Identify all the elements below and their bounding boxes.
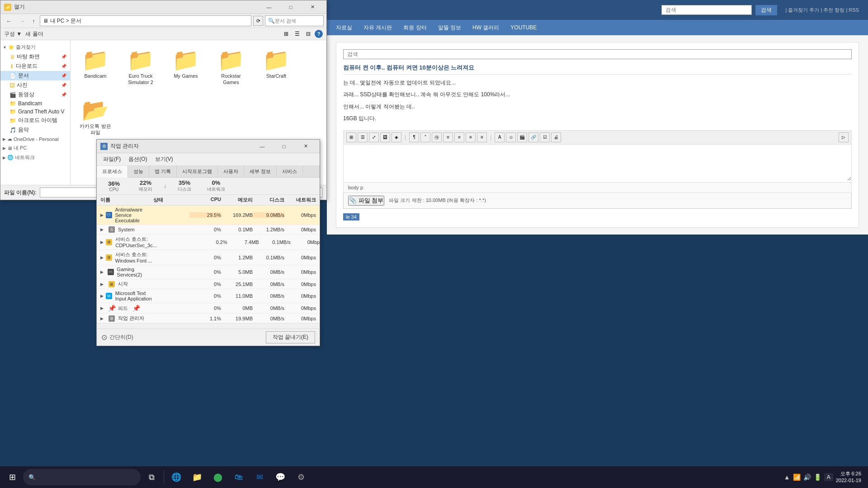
- expand-8[interactable]: ▶: [100, 316, 107, 321]
- tm-menu-options[interactable]: 옵션(O): [126, 155, 150, 164]
- tm-tab-performance[interactable]: 성능: [128, 166, 149, 177]
- editor-align-center[interactable]: ≡: [454, 132, 464, 142]
- editor-align-right[interactable]: ≡: [466, 132, 476, 142]
- tm-tab-app-history[interactable]: 앱 기록: [149, 166, 177, 177]
- tray-arrow-icon[interactable]: ▲: [784, 474, 790, 481]
- sidebar-item-desktop[interactable]: 🖥 바탕 화면 📌: [0, 52, 70, 61]
- taskbar-task-view-btn[interactable]: ⧉: [142, 467, 161, 487]
- sidebar-item-music[interactable]: 🎵 음악: [0, 125, 70, 135]
- tm-collapse-label[interactable]: 간단히(D): [109, 333, 133, 341]
- taskbar-store-btn[interactable]: 🛍: [229, 467, 249, 487]
- col-name[interactable]: 이름: [100, 197, 153, 203]
- expand-5[interactable]: ▶: [100, 282, 107, 286]
- editor-layout-icon[interactable]: ☰: [358, 132, 368, 142]
- taskbar-chrome-btn[interactable]: ⬤: [208, 467, 228, 487]
- sidebar-quickaccess-header[interactable]: ▼ ⭐ 즐겨찾기: [0, 42, 70, 52]
- tm-row-system[interactable]: ▶ S System 0% 0.1MB 1.2MB/s 0Mbps: [97, 225, 320, 235]
- folder-kakao[interactable]: 📂 카카오톡 받은 파일: [77, 97, 113, 138]
- explorer-view-btn-3[interactable]: ⊟: [304, 29, 313, 38]
- explorer-search-box[interactable]: 🔍: [265, 15, 324, 26]
- col-disk[interactable]: 디스크: [253, 197, 284, 203]
- tm-row-3[interactable]: ▶ ⚙ 서비스 호스트: Windows Font ... 0% 1.2MB 0…: [97, 250, 320, 265]
- tm-row-5[interactable]: ▶ ⊞ 시작 0% 25.1MB 0MB/s 0Mbps: [97, 279, 320, 289]
- nav-item-3[interactable]: 회원 장터: [403, 24, 426, 32]
- explorer-view-btn-2[interactable]: ☰: [292, 29, 302, 38]
- editor-code-icon[interactable]: ◈: [392, 132, 401, 142]
- explorer-refresh-btn[interactable]: ⟳: [253, 16, 263, 26]
- website-search-button[interactable]: 검색: [755, 5, 777, 15]
- tm-row-8[interactable]: ▶ ⚙ 작업 관리자 1.1% 19.9MB 0MB/s 0Mbps: [97, 314, 320, 323]
- col-network[interactable]: 네트워크: [284, 197, 316, 203]
- tm-tab-details[interactable]: 세부 정보: [244, 166, 277, 177]
- explorer-back-btn[interactable]: ←: [3, 16, 14, 26]
- explorer-minimize-btn[interactable]: —: [259, 0, 279, 14]
- tm-row-4[interactable]: ▶ 🎮 Gaming Services(2) 0% 5.0MB 0MB/s 0M…: [97, 265, 320, 279]
- editor-quote-icon[interactable]: ": [420, 132, 430, 142]
- explorer-address-bar[interactable]: 🖥 내 PC > 문서: [40, 15, 252, 26]
- editor-align-justify[interactable]: ≡: [477, 132, 487, 142]
- tm-tab-processes[interactable]: 프로세스: [97, 166, 128, 178]
- tm-scrollbar[interactable]: [97, 323, 320, 328]
- folder-starcraft[interactable]: 📁 StarCraft: [258, 47, 294, 81]
- tm-close-btn[interactable]: ✕: [295, 140, 316, 153]
- editor-expand-icon[interactable]: ⤢: [369, 132, 379, 142]
- tray-battery-icon[interactable]: 🔋: [814, 474, 821, 481]
- editor-link[interactable]: 🔗: [528, 132, 538, 142]
- explorer-new-folder-btn[interactable]: 새 폴더: [25, 30, 43, 38]
- tray-volume-icon[interactable]: 🔊: [803, 474, 811, 481]
- expand-7[interactable]: ▶: [100, 306, 107, 310]
- folder-my-games[interactable]: 📁 My Games: [168, 47, 204, 81]
- editor-media[interactable]: 🎬: [517, 132, 527, 142]
- editor-align-left[interactable]: ≡: [443, 132, 453, 142]
- website-search-input[interactable]: [661, 5, 752, 15]
- explorer-up-btn[interactable]: ↑: [29, 16, 38, 26]
- sidebar-item-arcade[interactable]: 📁 아크로드 아이템: [0, 116, 70, 125]
- sidebar-item-documents[interactable]: 📄 문서 📌: [0, 71, 70, 80]
- sidebar-network-header[interactable]: ▶ 🌐 네트워크: [0, 153, 70, 162]
- taskbar-explorer-btn[interactable]: 📁: [187, 467, 207, 487]
- sidebar-item-videos[interactable]: 🎬 동영상 📌: [0, 90, 70, 99]
- tm-row-antimalware[interactable]: ▶ 🛡 Antimalware Service Executable 29.5%…: [97, 206, 320, 225]
- expand-6[interactable]: ▶: [100, 294, 104, 298]
- sidebar-mypc-header[interactable]: ▶ 🖥 내 PC: [0, 143, 70, 153]
- tm-collapse-area[interactable]: ⊙ 간단히(D): [101, 333, 133, 342]
- expand-4[interactable]: ▶: [100, 270, 106, 274]
- editor-emoji[interactable]: ☺: [506, 132, 516, 142]
- expand-3[interactable]: ▶: [100, 255, 104, 260]
- tm-menu-file[interactable]: 파일(F): [100, 155, 123, 164]
- tm-maximize-btn[interactable]: □: [274, 140, 294, 153]
- sidebar-item-gta[interactable]: 📁 Grand Theft Auto V: [0, 108, 70, 116]
- tm-tab-services[interactable]: 서비스: [277, 166, 303, 177]
- expand-2[interactable]: ▶: [100, 240, 104, 244]
- reply-textarea[interactable]: [344, 145, 851, 181]
- editor-checkbox[interactable]: ☑: [540, 132, 550, 142]
- explorer-forward-btn[interactable]: →: [16, 16, 28, 26]
- editor-expand-right[interactable]: ▷: [839, 132, 849, 142]
- tm-end-task-btn[interactable]: 작업 끝내기(E): [266, 331, 315, 343]
- taskbar-mail-btn[interactable]: ✉: [250, 467, 269, 487]
- editor-img-icon[interactable]: 🖼: [380, 132, 390, 142]
- tm-menu-view[interactable]: 보기(V): [152, 155, 176, 164]
- tm-row-2[interactable]: ▶ ⚙ 서비스 호스트: CDPUserSvc_3c... 0.2% 7.4MB…: [97, 235, 320, 250]
- nav-item-4[interactable]: 알뜰 정보: [438, 24, 461, 32]
- editor-font-color[interactable]: A: [495, 132, 505, 142]
- editor-format-icon[interactable]: ¶: [409, 132, 419, 142]
- file-attach-button[interactable]: 📎 파일 첨부: [348, 196, 384, 206]
- tray-network-icon[interactable]: 📶: [793, 474, 801, 481]
- nav-item-2[interactable]: 자유 게시판: [363, 24, 392, 32]
- editor-print[interactable]: 🖨: [551, 132, 561, 142]
- taskbar-settings-btn[interactable]: ⚙: [291, 467, 311, 487]
- tm-row-6[interactable]: ▶ M Microsoft Text Input Application 0% …: [97, 289, 320, 303]
- col-cpu[interactable]: CPU: [189, 197, 221, 203]
- tm-row-7[interactable]: ▶ 📌 피드 📌 0% 0MB 0MB/s 0Mbps: [97, 303, 320, 314]
- sidebar-item-pictures[interactable]: 🖼 사진 📌: [0, 80, 70, 90]
- sidebar-onedrive-header[interactable]: ▶ ☁ OneDrive - Personal: [0, 135, 70, 143]
- explorer-maximize-btn[interactable]: □: [280, 0, 301, 14]
- tm-tab-startup[interactable]: 시작프로그램: [177, 166, 218, 177]
- explorer-view-btn-1[interactable]: ⊞: [282, 29, 291, 38]
- folder-bandicam[interactable]: 📁 Bandicam: [77, 47, 113, 81]
- nav-item-1[interactable]: 자료실: [336, 24, 352, 32]
- content-search-input[interactable]: [343, 49, 852, 59]
- language-indicator[interactable]: A: [824, 473, 833, 481]
- folder-rockstar[interactable]: 📁 Rockstar Games: [213, 47, 249, 88]
